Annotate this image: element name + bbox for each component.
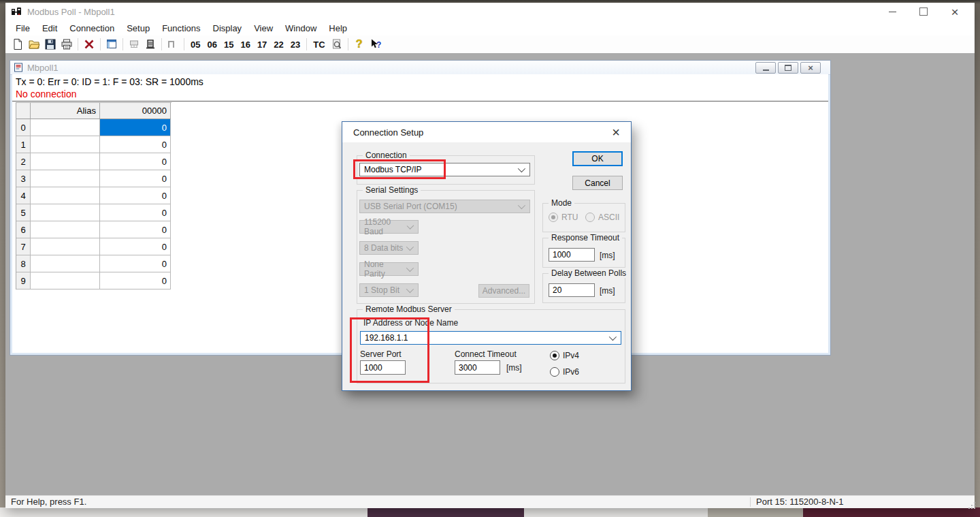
ascii-radio: ASCII: [585, 213, 619, 222]
toolbar-separator: [161, 38, 162, 50]
alias-cell[interactable]: [31, 221, 100, 238]
connection-status-text: No connection: [16, 89, 77, 99]
value-cell[interactable]: 0: [100, 153, 171, 170]
value-cell[interactable]: 0: [100, 204, 171, 221]
connect-timeout-input[interactable]: 3000: [455, 360, 500, 375]
row-header-cell[interactable]: 9: [16, 272, 31, 289]
poll-stats-line: Tx = 0: Err = 0: ID = 1: F = 03: SR = 10…: [16, 76, 203, 87]
help-icon[interactable]: ?: [351, 37, 368, 52]
menu-item[interactable]: Edit: [36, 22, 63, 35]
value-cell[interactable]: 0: [100, 187, 171, 204]
table-row: 4 0: [16, 187, 172, 204]
menu-item[interactable]: Setup: [120, 22, 156, 35]
alias-column-header[interactable]: Alias: [31, 103, 100, 119]
value-cell[interactable]: 0: [100, 221, 171, 238]
menu-item[interactable]: Connection: [63, 22, 120, 35]
row-header-cell[interactable]: 7: [16, 238, 31, 255]
mode-group: Mode RTU ASCII: [542, 203, 625, 232]
document-close-button[interactable]: ×: [800, 62, 821, 74]
value-cell[interactable]: 0: [100, 272, 171, 289]
response-timeout-input[interactable]: 1000: [549, 248, 595, 262]
baud-rate-value: 115200 Baud: [364, 217, 407, 236]
connection-group-label: Connection: [363, 151, 410, 160]
print-icon[interactable]: [59, 37, 75, 52]
ipv6-radio[interactable]: IPv6: [550, 367, 579, 377]
tc-button[interactable]: TC: [310, 37, 328, 52]
value-cell[interactable]: 0: [100, 136, 171, 153]
ipv4-radio-label: IPv4: [563, 351, 579, 360]
alias-cell[interactable]: [31, 136, 100, 153]
maximize-button[interactable]: [908, 3, 939, 20]
table-row: 0 0: [16, 119, 172, 136]
save-icon[interactable]: [42, 37, 59, 52]
document-restore-button[interactable]: [778, 62, 798, 74]
function-code-button[interactable]: 17: [254, 37, 270, 52]
alias-cell[interactable]: [31, 170, 100, 187]
dialog-close-button[interactable]: ×: [605, 122, 627, 142]
table-row: 9 0: [16, 272, 172, 289]
read-write-once-icon[interactable]: [126, 37, 142, 52]
value-cell[interactable]: 0: [100, 238, 171, 255]
alias-cell[interactable]: [31, 255, 100, 272]
table-row: 8 0: [16, 255, 172, 272]
row-header-cell[interactable]: 4: [16, 187, 31, 204]
response-timeout-label: Response Timeout: [549, 233, 622, 242]
serial-port-select: USB Serial Port (COM15): [359, 200, 530, 213]
desktop-blob: [368, 507, 524, 517]
cancel-button[interactable]: Cancel: [572, 176, 623, 190]
single-poll-icon[interactable]: [165, 37, 181, 52]
document-minimize-button[interactable]: [755, 62, 776, 74]
row-header-cell[interactable]: 3: [16, 170, 31, 187]
row-header-cell[interactable]: 5: [16, 204, 31, 221]
open-folder-icon[interactable]: [26, 37, 42, 52]
new-document-icon[interactable]: [10, 37, 26, 52]
find-icon[interactable]: [329, 37, 345, 52]
toolbar-separator: [122, 38, 123, 50]
function-code-button[interactable]: 15: [220, 37, 237, 52]
value-cell[interactable]: 0: [100, 119, 171, 136]
close-button[interactable]: ×: [939, 3, 970, 20]
alias-cell[interactable]: [31, 204, 100, 221]
radio-icon: [550, 367, 559, 377]
menu-item[interactable]: Help: [323, 22, 353, 35]
ok-button[interactable]: OK: [572, 151, 623, 166]
advanced-button: Advanced...: [478, 284, 529, 298]
menu-item[interactable]: Display: [207, 22, 248, 35]
menu-item[interactable]: View: [248, 22, 279, 35]
function-code-button[interactable]: 22: [270, 37, 287, 52]
row-header-cell[interactable]: 1: [16, 136, 31, 153]
function-code-button[interactable]: 05: [187, 37, 203, 52]
row-header-cell[interactable]: 2: [16, 153, 31, 170]
alias-cell[interactable]: [31, 238, 100, 255]
menu-item[interactable]: File: [10, 22, 36, 35]
menu-item[interactable]: Window: [279, 22, 323, 35]
ipv4-radio[interactable]: IPv4: [550, 351, 579, 360]
alias-cell[interactable]: [31, 153, 100, 170]
menu-item[interactable]: Functions: [156, 22, 206, 35]
value-cell[interactable]: 0: [100, 170, 171, 187]
grid-body: 0 0 1 0: [16, 119, 172, 289]
display-setup-icon[interactable]: [103, 37, 120, 52]
cancel-icon[interactable]: [81, 37, 97, 52]
restore-icon: [785, 65, 791, 71]
alias-cell[interactable]: [31, 119, 100, 136]
value-column-header[interactable]: 00000: [100, 103, 171, 119]
row-header-cell[interactable]: 0: [16, 119, 31, 136]
status-help-text: For Help, press F1.: [11, 497, 86, 507]
alias-cell[interactable]: [31, 187, 100, 204]
modbus-poll-app-icon: [11, 6, 22, 17]
value-cell[interactable]: 0: [100, 255, 171, 272]
function-code-button[interactable]: 06: [203, 37, 220, 52]
context-help-icon[interactable]: ?: [368, 37, 384, 52]
chevron-down-icon: [609, 333, 617, 341]
row-header-cell[interactable]: 8: [16, 255, 31, 272]
resize-grip[interactable]: [971, 505, 973, 506]
function-code-button[interactable]: 23: [287, 37, 304, 52]
row-header-cell[interactable]: 6: [16, 221, 31, 238]
delay-between-polls-input[interactable]: 20: [549, 283, 595, 297]
alias-cell[interactable]: [31, 272, 100, 289]
minimize-button[interactable]: [877, 3, 908, 20]
communication-traffic-icon[interactable]: [142, 37, 159, 52]
function-code-button[interactable]: 16: [237, 37, 253, 52]
toolbar-separator: [100, 38, 101, 50]
